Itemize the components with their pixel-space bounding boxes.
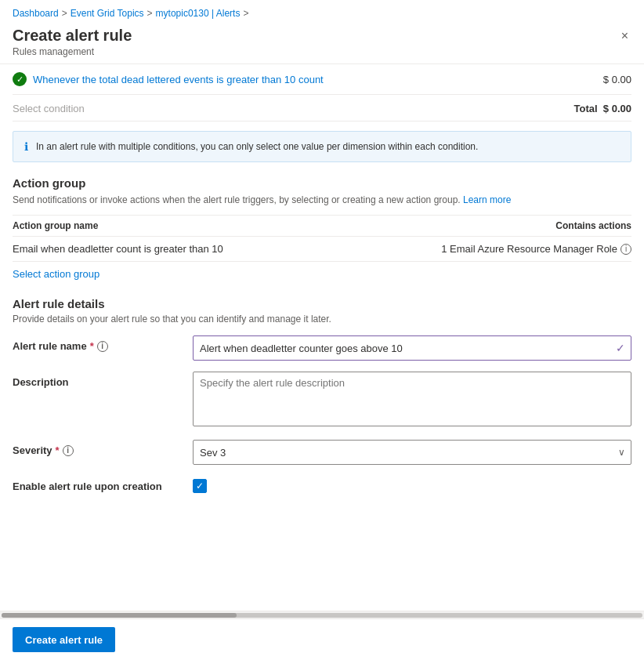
severity-info-icon[interactable]: i (63, 445, 74, 456)
select-condition-placeholder[interactable]: Select condition (13, 103, 85, 114)
form-row-severity: Severity * i Sev 0 Sev 1 Sev 2 Sev 3 Sev… (13, 440, 631, 465)
name-input-container: ✓ (193, 335, 631, 361)
severity-field-wrap: Sev 0 Sev 1 Sev 2 Sev 3 Sev 4 ∨ (193, 440, 631, 465)
header-left: Create alert rule Rules management (13, 27, 132, 57)
name-field-info-icon[interactable]: i (97, 341, 108, 352)
field-label-name: Alert rule name * i (13, 335, 193, 352)
form-row-enable: Enable alert rule upon creation ✓ (13, 476, 631, 493)
field-label-enable: Enable alert rule upon creation (13, 476, 193, 492)
col-header-name: Action group name (13, 220, 366, 231)
description-field-wrap (193, 372, 631, 429)
page-subtitle: Rules management (13, 46, 132, 57)
check-icon: ✓ (13, 72, 27, 86)
severity-select-wrap: Sev 0 Sev 1 Sev 2 Sev 3 Sev 4 ∨ (193, 440, 631, 465)
breadcrumb-sep-2: > (147, 8, 153, 19)
action-group-actions: 1 Email Azure Resource Manager Role i (366, 243, 631, 255)
condition-cost: $ 0.00 (603, 74, 631, 85)
action-group-title: Action group (13, 176, 631, 190)
page-container: Dashboard > Event Grid Topics > mytopic0… (0, 0, 644, 660)
condition-check: ✓ Whenever the total dead lettered event… (13, 72, 324, 86)
condition-row: ✓ Whenever the total dead lettered event… (13, 64, 631, 95)
breadcrumb-sep-3: > (243, 8, 248, 19)
action-group-section: Action group Send notifications or invok… (13, 176, 631, 283)
scrollbar-track (2, 613, 642, 618)
action-group-desc: Send notifications or invoke actions whe… (13, 193, 631, 207)
required-star-severity: * (56, 444, 60, 456)
checkbox-check-icon: ✓ (196, 481, 204, 491)
col-header-actions: Contains actions (366, 220, 631, 231)
page-title: Create alert rule (13, 27, 132, 45)
action-group-table-header: Action group name Contains actions (13, 215, 631, 237)
breadcrumb-event-grid[interactable]: Event Grid Topics (71, 8, 144, 19)
condition-text: Whenever the total dead lettered events … (33, 74, 324, 85)
table-row: Email when deadletter count is greater t… (13, 237, 631, 262)
breadcrumb-sep-1: > (62, 8, 67, 19)
description-input[interactable] (193, 372, 631, 426)
main-content: ✓ Whenever the total dead lettered event… (0, 64, 644, 604)
scrollbar-area[interactable] (0, 611, 644, 618)
severity-select[interactable]: Sev 0 Sev 1 Sev 2 Sev 3 Sev 4 (193, 440, 631, 465)
learn-more-link[interactable]: Learn more (463, 194, 511, 205)
enable-field-wrap: ✓ (193, 476, 631, 493)
action-group-name: Email when deadletter count is greater t… (13, 243, 366, 255)
enable-checkbox-wrap[interactable]: ✓ (193, 476, 631, 493)
form-row-name: Alert rule name * i ✓ (13, 335, 631, 361)
page-footer: Create alert rule (0, 618, 644, 660)
page-header: Create alert rule Rules management × (0, 24, 644, 63)
alert-rule-details-section: Alert rule details Provide details on yo… (13, 297, 631, 493)
form-row-description: Description (13, 372, 631, 429)
field-label-severity: Severity * i (13, 440, 193, 456)
name-field-wrap: ✓ (193, 335, 631, 361)
info-icon: ℹ (24, 140, 28, 153)
select-condition-row: Select condition Total $ 0.00 (13, 95, 631, 121)
alert-rule-name-input[interactable] (193, 335, 631, 361)
info-banner: ℹ In an alert rule with multiple conditi… (13, 131, 631, 162)
actions-info-icon[interactable]: i (620, 244, 631, 255)
required-star-name: * (90, 340, 94, 352)
total-cost: Total $ 0.00 (574, 103, 631, 114)
close-button[interactable]: × (618, 27, 631, 45)
select-action-group-link[interactable]: Select action group (13, 268, 99, 280)
info-banner-text: In an alert rule with multiple condition… (36, 140, 478, 154)
create-alert-rule-button[interactable]: Create alert rule (13, 627, 115, 652)
breadcrumb: Dashboard > Event Grid Topics > mytopic0… (0, 0, 644, 24)
alert-rule-details-title: Alert rule details (13, 297, 631, 310)
enable-checkbox[interactable]: ✓ (193, 479, 207, 493)
breadcrumb-alerts[interactable]: mytopic0130 | Alerts (156, 8, 241, 19)
field-label-description: Description (13, 372, 193, 388)
alert-rule-details-desc: Provide details on your alert rule so th… (13, 314, 631, 325)
breadcrumb-dashboard[interactable]: Dashboard (13, 8, 59, 19)
input-check-icon: ✓ (616, 342, 625, 354)
scrollbar-thumb[interactable] (2, 613, 237, 618)
